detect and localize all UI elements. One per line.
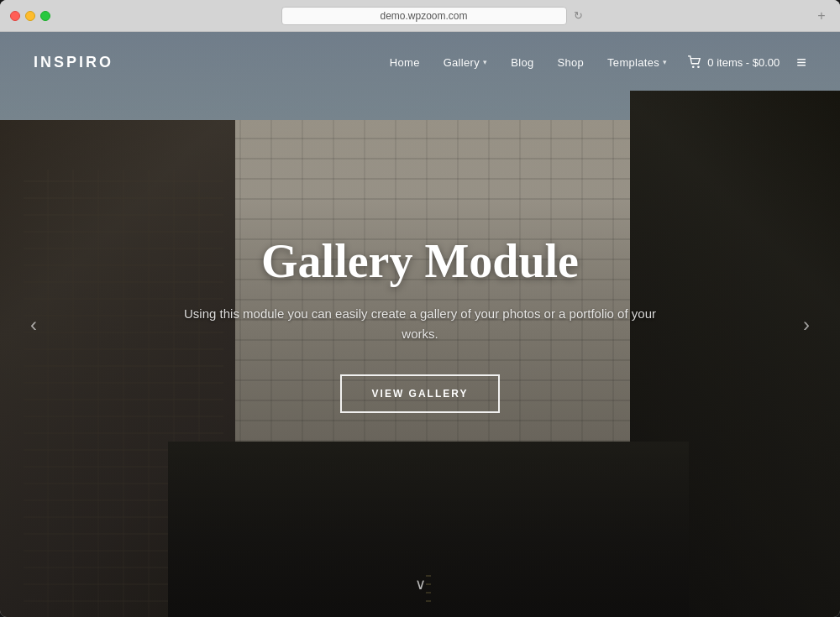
svg-point-1 — [697, 65, 700, 68]
gallery-chevron-icon: ▾ — [483, 58, 487, 66]
nav-links: Home Gallery ▾ Blog Shop Templates ▾ — [390, 56, 668, 69]
site-logo[interactable]: INSPIRO — [34, 54, 113, 71]
browser-titlebar: demo.wpzoom.com ↻ + — [0, 0, 840, 32]
cart-icon — [687, 55, 702, 69]
hamburger-menu[interactable]: ≡ — [796, 54, 806, 71]
view-gallery-button[interactable]: VIEW GALLERY — [340, 374, 501, 413]
cart-button[interactable]: 0 items - $0.00 — [687, 55, 780, 69]
templates-chevron-icon: ▾ — [663, 58, 667, 66]
nav-templates[interactable]: Templates ▾ — [607, 56, 667, 69]
scroll-down-button[interactable]: ∨ — [415, 575, 426, 593]
cart-label: 0 items - $0.00 — [707, 56, 780, 69]
prev-arrow[interactable]: ‹ — [17, 308, 50, 342]
nav-gallery[interactable]: Gallery ▾ — [444, 56, 488, 69]
main-navigation: INSPIRO Home Gallery ▾ Blog Shop Templat… — [0, 32, 840, 92]
nav-blog[interactable]: Blog — [511, 56, 533, 69]
maximize-button[interactable] — [40, 11, 50, 21]
address-bar-container: demo.wpzoom.com ↻ — [57, 7, 806, 25]
nav-shop[interactable]: Shop — [558, 56, 585, 69]
new-tab-button[interactable]: + — [813, 8, 830, 24]
hero-content: Gallery Module Using this module you can… — [0, 32, 840, 617]
close-button[interactable] — [10, 11, 20, 21]
address-input[interactable]: demo.wpzoom.com — [281, 7, 567, 25]
minimize-button[interactable] — [25, 11, 35, 21]
website-content: INSPIRO Home Gallery ▾ Blog Shop Templat… — [0, 32, 840, 617]
refresh-icon[interactable]: ↻ — [574, 9, 583, 22]
hero-subtitle: Using this module you can easily create … — [168, 304, 672, 344]
traffic-lights — [10, 11, 50, 21]
hero-title: Gallery Module — [261, 236, 579, 288]
next-arrow[interactable]: › — [790, 308, 823, 342]
nav-home[interactable]: Home — [390, 56, 420, 69]
browser-window: demo.wpzoom.com ↻ + INSPIRO Home Gallery — [0, 0, 840, 617]
svg-point-0 — [692, 65, 695, 68]
